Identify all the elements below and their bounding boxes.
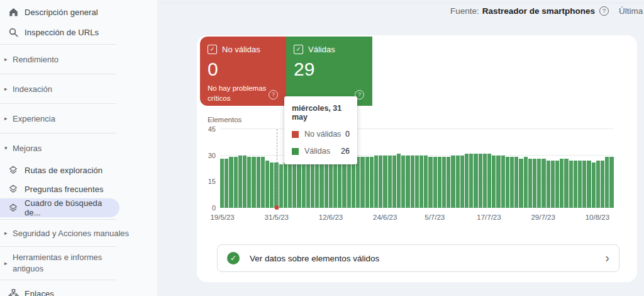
chart-bar[interactable] [560,159,564,208]
chart-bar[interactable] [592,162,596,208]
chart-bar[interactable] [596,161,600,208]
chart-bar[interactable] [397,154,401,208]
chart-bar[interactable] [510,157,514,208]
chart-bar[interactable] [265,161,269,208]
chart-bar[interactable] [374,156,378,208]
chart-bar[interactable] [438,157,441,208]
chart-bar[interactable] [601,161,604,208]
chart-bar[interactable] [587,161,591,208]
chart-bar[interactable] [582,161,586,208]
chart-bar[interactable] [442,157,446,208]
chart-bar[interactable] [225,159,228,208]
sidebar-section-mejoras[interactable]: ▾Mejoras [0,135,157,161]
chart-bar[interactable] [433,157,437,208]
chart-bar[interactable] [569,161,573,208]
chart-bar[interactable] [401,156,405,208]
chart-bar[interactable] [270,162,274,208]
chart-bar[interactable] [547,161,550,208]
chart-bar[interactable] [252,157,255,208]
sidebar-item-rutas-de-exploracion[interactable]: Rutas de exploración [0,161,157,179]
chart-bar[interactable] [514,157,518,208]
card-validas[interactable]: ✓Válidas29? [286,37,372,106]
chart-bar[interactable] [306,159,310,208]
sidebar-section-rendimiento[interactable]: ▸Rendimiento [0,47,157,72]
chart-bar[interactable] [379,156,382,208]
chart-bar[interactable] [360,157,364,208]
chart-bar[interactable] [415,156,419,208]
sidebar-item-descripcion-general[interactable]: Descripción general [0,2,157,22]
chart-bar[interactable] [496,156,500,208]
chart-bar[interactable] [392,156,396,208]
chart-bar[interactable] [302,161,306,208]
chart-bar[interactable] [419,156,423,208]
chart-bar[interactable] [234,157,238,208]
chart-bar[interactable] [319,157,323,208]
chart-bar[interactable] [388,156,392,208]
chart-bar[interactable] [564,159,568,208]
chart-bar[interactable] [288,162,292,208]
chart-bar[interactable] [541,159,545,208]
help-icon[interactable]: ? [269,90,278,100]
chart-bar[interactable] [528,159,532,208]
chart-bar[interactable] [428,157,432,208]
sidebar-item-inspeccion-de-urls[interactable]: Inspección de URLs [0,22,157,42]
chart-bar[interactable] [474,154,477,208]
sidebar-item-preguntas-frecuentes[interactable]: Preguntas frecuentes [0,179,157,198]
sidebar-item-enlaces[interactable]: Enlaces [0,283,157,296]
chart-bar[interactable] [279,164,283,208]
chart-bar[interactable] [257,157,260,208]
sidebar-section-seguridad-y-acciones-manuales[interactable]: ▸Seguridad y Acciones manuales [0,222,157,244]
chart-bar[interactable] [456,156,460,208]
chart-bar[interactable] [578,161,582,208]
card-no-validas[interactable]: ✓No válidas0No hay problemas críticos? [200,37,286,106]
chart-bar[interactable] [370,157,374,208]
chart-bar[interactable] [469,154,473,208]
chart-bar[interactable] [460,156,464,208]
chart-bar[interactable] [261,157,265,208]
sidebar-section-experiencia[interactable]: ▸Experiencia [0,106,157,131]
chart-bar[interactable] [243,156,247,208]
chart-bar[interactable] [424,156,428,208]
chart-bar[interactable] [447,157,450,208]
chart-bar[interactable] [483,154,487,208]
chart-bar[interactable] [247,157,251,208]
view-valid-items-button[interactable]: ✓ Ver datos sobre elementos válidos › [217,244,619,272]
chart-bar[interactable] [325,157,328,208]
chart-bar[interactable] [519,159,523,208]
chart-bar[interactable] [605,157,609,208]
chart-bar[interactable] [609,157,613,208]
chart-bar[interactable] [356,157,360,208]
chart-bar[interactable] [533,159,536,208]
chart-bar[interactable] [551,161,555,208]
chart-bar[interactable] [333,157,337,208]
chart-bar[interactable] [220,159,224,208]
chart-bar[interactable] [284,162,287,208]
chart-bar[interactable] [492,156,496,208]
chart-bar[interactable] [574,161,577,208]
chart-bar[interactable] [501,156,505,208]
chart-bar[interactable] [229,157,233,208]
chart-bar[interactable] [338,157,341,208]
chart-bar[interactable] [238,156,242,208]
chart-bar[interactable] [297,161,301,208]
chart-bar[interactable] [555,161,559,208]
chart-bar[interactable] [411,156,414,208]
chart-bar[interactable] [292,162,296,208]
chart-bar[interactable] [537,159,541,208]
chart-bar[interactable] [465,154,469,208]
chart-bar[interactable] [506,157,509,208]
chart-bar[interactable] [365,157,369,208]
sidebar-section-indexacion[interactable]: ▸Indexación [0,76,157,101]
chart-bar[interactable] [329,157,333,208]
chart-bar[interactable] [451,156,455,208]
sidebar-section-herramientas-e-informes-antiguos[interactable]: ▸Herramientas e informes antiguos [0,249,157,278]
chart-bar[interactable] [406,156,409,208]
chart-bar[interactable] [479,154,482,208]
sidebar-item-cuadro-de-busqueda[interactable]: Cuadro de búsqueda de... [0,198,119,217]
help-icon[interactable]: ? [599,6,609,16]
chart-bar[interactable] [315,159,319,208]
chart-bar[interactable] [487,154,491,208]
chart-bar[interactable] [383,156,387,208]
chart-bar[interactable] [524,157,528,208]
chart-bar[interactable] [311,159,314,208]
